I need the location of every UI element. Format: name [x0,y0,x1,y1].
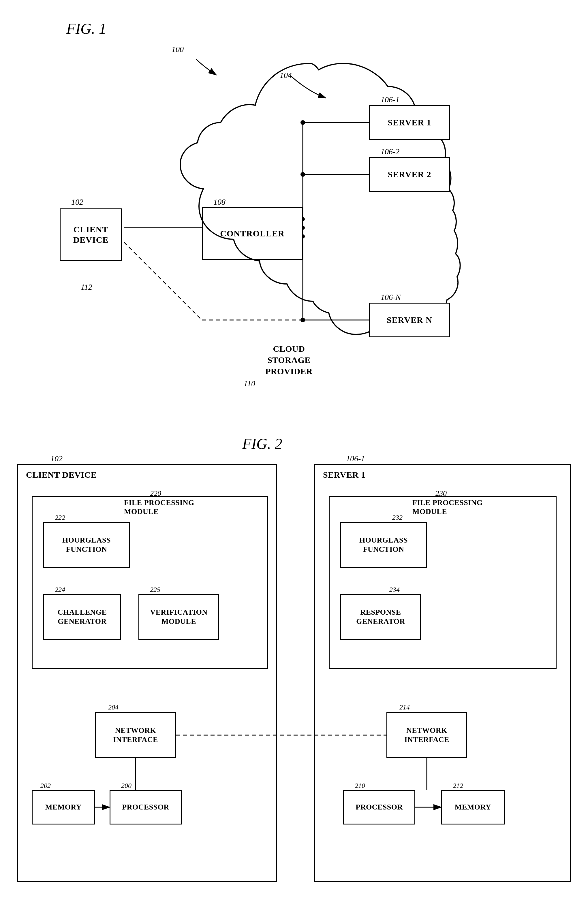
processor-client-box: PROCESSOR [109,790,182,824]
fig1-diagram: FIG. 1 [0,17,588,406]
ref-106-N: 106-N [381,293,401,302]
ref-224: 224 [55,586,65,594]
cloud-label: CLOUDSTORAGEPROVIDER [265,343,312,377]
ref-112: 112 [81,283,92,292]
ref-210: 210 [355,782,365,790]
ref-104: 104 [280,71,292,80]
server2-box: SERVER 2 [369,157,450,192]
ref-204: 204 [108,703,119,711]
ref-230: 230 [436,489,447,498]
verification-box: VERIFICATION MODULE [139,594,219,640]
fig2-title: FIG. 2 [242,435,282,452]
processor-server-box: PROCESSOR [343,790,415,824]
ref-234: 234 [389,586,400,594]
ni-client-box: NETWORK INTERFACE [95,712,176,758]
challenge-box: CHALLENGE GENERATOR [43,594,121,640]
ref-106-1: 106-1 [381,95,399,105]
ref-106-1-fig2: 106-1 [346,454,365,463]
ref-102: 102 [71,197,83,207]
ref-106-2: 106-2 [381,147,399,156]
client-device-box: CLIENT DEVICE [60,208,122,261]
server1-box: SERVER 1 [369,105,450,140]
hourglass-server-box: HOURGLASS FUNCTION [340,522,427,568]
ref-220: 220 [150,489,161,498]
fpm-server-label: FILE PROCESSINGMODULE [413,498,483,516]
server1-label-fig2: SERVER 1 [323,470,365,480]
client-device-label-fig2: CLIENT DEVICE [26,470,97,480]
fpm-client-label: FILE PROCESSINGMODULE [124,498,194,516]
fig1-title: FIG. 1 [66,20,106,37]
memory-client-box: MEMORY [32,790,95,824]
ni-server-box: NETWORK INTERFACE [386,712,467,758]
ref-102-fig2: 102 [51,454,63,463]
ref-225: 225 [150,586,160,594]
response-box: RESPONSE GENERATOR [340,594,421,640]
ref-222: 222 [55,514,65,521]
ref-214: 214 [399,703,410,711]
ref-212: 212 [453,782,463,790]
ref-200: 200 [121,782,131,790]
ref-110: 110 [244,379,255,388]
memory-server-box: MEMORY [441,790,505,824]
fig2-diagram: FIG. 2 102 CLIENT DEVICE 106-1 SERVER 1 … [0,432,588,894]
ref-202: 202 [40,782,51,790]
hourglass-client-box: HOURGLASS FUNCTION [43,522,130,568]
ref-232: 232 [392,514,403,521]
serverN-box: SERVER N [369,303,450,337]
